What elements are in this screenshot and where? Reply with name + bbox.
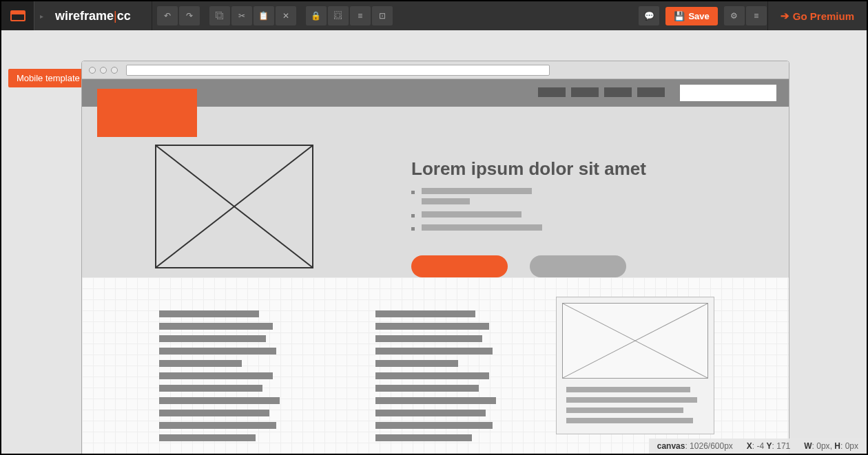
logo-placeholder[interactable] bbox=[97, 89, 197, 137]
undo-icon: ↶ bbox=[164, 11, 171, 21]
grid-section bbox=[82, 277, 789, 455]
image-placeholder[interactable] bbox=[562, 303, 708, 379]
bullet-list[interactable] bbox=[411, 188, 542, 237]
status-bar: canvas: 1026/600px X: -4 Y: 171 W: 0px, … bbox=[649, 438, 867, 454]
text-column[interactable] bbox=[159, 310, 280, 447]
share-icon: ⚙ bbox=[730, 11, 738, 21]
hero-headline[interactable]: Lorem ipsum dolor sit amet bbox=[411, 158, 646, 180]
arrow-right-icon: ➔ bbox=[781, 10, 789, 22]
primary-button[interactable] bbox=[411, 255, 508, 277]
group-button[interactable]: ⿴ bbox=[328, 6, 349, 25]
menu-button[interactable]: ≡ bbox=[746, 6, 767, 25]
chat-button[interactable]: 💬 bbox=[639, 6, 659, 25]
copy-button[interactable]: ⿻ bbox=[209, 6, 230, 25]
save-button[interactable]: 💾Save bbox=[665, 7, 717, 25]
image-placeholder[interactable] bbox=[155, 145, 313, 268]
menu-icon: ≡ bbox=[754, 11, 758, 21]
address-bar bbox=[126, 65, 550, 76]
copy-icon: ⿻ bbox=[216, 11, 224, 21]
hero-section: Lorem ipsum dolor sit amet bbox=[82, 107, 789, 277]
distribute-button[interactable]: ⊡ bbox=[372, 6, 393, 25]
mockup-content: Lorem ipsum dolor sit amet bbox=[82, 79, 789, 455]
nav-item[interactable] bbox=[571, 87, 599, 97]
nav-item[interactable] bbox=[604, 87, 632, 97]
lock-button[interactable]: 🔒 bbox=[306, 6, 327, 25]
align-icon: ≡ bbox=[358, 11, 362, 21]
group-icon: ⿴ bbox=[334, 11, 342, 21]
save-icon: 💾 bbox=[674, 11, 685, 21]
browser-chrome bbox=[82, 61, 789, 79]
canvas-area[interactable]: Mobile template example ➔ bbox=[1, 30, 867, 454]
brand: wireframe|cc bbox=[48, 9, 152, 23]
logo[interactable] bbox=[1, 1, 34, 30]
go-premium-button[interactable]: ➔Go Premium bbox=[767, 1, 867, 30]
redo-icon: ↷ bbox=[186, 11, 193, 21]
chat-icon: 💬 bbox=[644, 11, 654, 21]
sidebar-card[interactable] bbox=[556, 297, 714, 434]
text-column[interactable] bbox=[375, 310, 496, 447]
paste-icon: 📋 bbox=[258, 11, 269, 21]
search-box[interactable] bbox=[680, 85, 776, 101]
undo-button[interactable]: ↶ bbox=[157, 6, 178, 25]
lock-icon: 🔒 bbox=[311, 11, 321, 21]
paste-button[interactable]: 📋 bbox=[254, 6, 274, 25]
align-button[interactable]: ≡ bbox=[350, 6, 371, 25]
window-dot bbox=[89, 67, 96, 74]
nav-item[interactable] bbox=[538, 87, 566, 97]
cut-icon: ✂ bbox=[238, 11, 245, 21]
redo-button[interactable]: ↷ bbox=[179, 6, 200, 25]
window-dot bbox=[100, 67, 107, 74]
window-dot bbox=[111, 67, 118, 74]
arrow-right-icon: ▸ bbox=[34, 1, 48, 30]
secondary-button[interactable] bbox=[530, 255, 626, 277]
toolbar: ▸ wireframe|cc ↶ ↷ ⿻ ✂ 📋 ✕ 🔒 ⿴ ≡ ⊡ 💬 💾Sa… bbox=[1, 1, 867, 30]
browser-mockup[interactable]: Lorem ipsum dolor sit amet bbox=[81, 61, 789, 455]
share-button[interactable]: ⚙ bbox=[724, 6, 745, 25]
cut-button[interactable]: ✂ bbox=[231, 6, 252, 25]
delete-button[interactable]: ✕ bbox=[276, 6, 296, 25]
distribute-icon: ⊡ bbox=[379, 11, 386, 21]
browser-icon bbox=[10, 10, 25, 21]
delete-icon: ✕ bbox=[282, 11, 289, 21]
nav-item[interactable] bbox=[637, 87, 665, 97]
